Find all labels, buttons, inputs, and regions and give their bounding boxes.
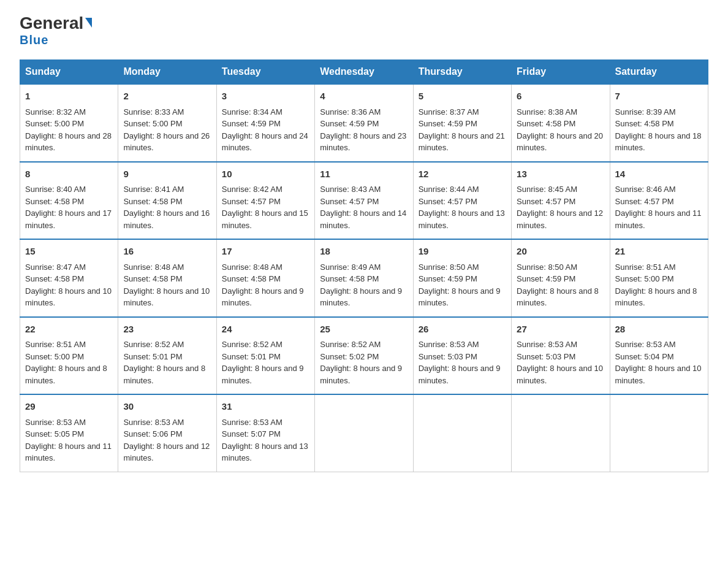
day-info: Sunrise: 8:53 AMSunset: 5:05 PMDaylight:… (25, 418, 112, 463)
calendar-table: SundayMondayTuesdayWednesdayThursdayFrid… (20, 59, 708, 472)
day-header-wednesday: Wednesday (315, 60, 413, 85)
logo-triangle-icon (85, 18, 92, 28)
day-info: Sunrise: 8:33 AMSunset: 5:00 PMDaylight:… (123, 107, 210, 153)
calendar-cell: 7Sunrise: 8:39 AMSunset: 4:58 PMDaylight… (610, 84, 708, 162)
day-info: Sunrise: 8:45 AMSunset: 4:57 PMDaylight:… (517, 185, 603, 230)
day-number: 14 (615, 167, 703, 182)
calendar-cell: 25Sunrise: 8:52 AMSunset: 5:02 PMDayligh… (315, 317, 413, 395)
day-number: 5 (419, 90, 506, 104)
calendar-cell: 6Sunrise: 8:38 AMSunset: 4:58 PMDaylight… (512, 84, 610, 162)
calendar-cell: 18Sunrise: 8:49 AMSunset: 4:58 PMDayligh… (315, 239, 413, 317)
day-info: Sunrise: 8:46 AMSunset: 4:57 PMDaylight:… (615, 185, 702, 230)
day-number: 27 (517, 323, 604, 337)
calendar-cell: 27Sunrise: 8:53 AMSunset: 5:03 PMDayligh… (512, 317, 610, 395)
day-number: 2 (123, 90, 211, 104)
calendar-cell: 8Sunrise: 8:40 AMSunset: 4:58 PMDaylight… (20, 162, 118, 240)
calendar-week-4: 22Sunrise: 8:51 AMSunset: 5:00 PMDayligh… (20, 317, 708, 395)
day-number: 20 (517, 245, 604, 259)
calendar-cell: 12Sunrise: 8:44 AMSunset: 4:57 PMDayligh… (413, 162, 511, 240)
day-info: Sunrise: 8:42 AMSunset: 4:57 PMDaylight:… (222, 185, 308, 230)
calendar-cell: 10Sunrise: 8:42 AMSunset: 4:57 PMDayligh… (216, 162, 314, 240)
calendar-cell: 20Sunrise: 8:50 AMSunset: 4:59 PMDayligh… (512, 239, 610, 317)
day-info: Sunrise: 8:50 AMSunset: 4:59 PMDaylight:… (517, 262, 599, 308)
calendar-week-2: 8Sunrise: 8:40 AMSunset: 4:58 PMDaylight… (20, 162, 708, 240)
day-info: Sunrise: 8:49 AMSunset: 4:58 PMDaylight:… (320, 262, 402, 308)
day-header-sunday: Sunday (20, 60, 118, 85)
calendar-cell: 31Sunrise: 8:53 AMSunset: 5:07 PMDayligh… (216, 394, 314, 472)
day-headers-row: SundayMondayTuesdayWednesdayThursdayFrid… (20, 60, 708, 85)
day-info: Sunrise: 8:53 AMSunset: 5:03 PMDaylight:… (419, 340, 501, 385)
logo: General Blue (20, 15, 92, 47)
day-number: 10 (222, 167, 309, 182)
day-number: 1 (25, 90, 113, 104)
day-info: Sunrise: 8:38 AMSunset: 4:58 PMDaylight:… (517, 107, 603, 153)
day-number: 26 (419, 323, 506, 337)
day-info: Sunrise: 8:34 AMSunset: 4:59 PMDaylight:… (222, 107, 308, 153)
day-number: 8 (25, 167, 113, 182)
day-info: Sunrise: 8:47 AMSunset: 4:58 PMDaylight:… (25, 262, 112, 308)
day-info: Sunrise: 8:52 AMSunset: 5:02 PMDaylight:… (320, 340, 402, 385)
day-number: 13 (517, 167, 604, 182)
day-info: Sunrise: 8:51 AMSunset: 5:00 PMDaylight:… (615, 262, 697, 308)
day-number: 21 (615, 245, 703, 259)
calendar-cell: 17Sunrise: 8:48 AMSunset: 4:58 PMDayligh… (216, 239, 314, 317)
day-number: 28 (615, 323, 703, 337)
day-number: 7 (615, 90, 703, 104)
day-number: 22 (25, 323, 113, 337)
calendar-cell: 21Sunrise: 8:51 AMSunset: 5:00 PMDayligh… (610, 239, 708, 317)
calendar-cell: 19Sunrise: 8:50 AMSunset: 4:59 PMDayligh… (413, 239, 511, 317)
day-info: Sunrise: 8:32 AMSunset: 5:00 PMDaylight:… (25, 107, 112, 153)
day-header-friday: Friday (512, 60, 610, 85)
calendar-cell: 26Sunrise: 8:53 AMSunset: 5:03 PMDayligh… (413, 317, 511, 395)
day-info: Sunrise: 8:53 AMSunset: 5:07 PMDaylight:… (222, 418, 308, 463)
day-info: Sunrise: 8:53 AMSunset: 5:04 PMDaylight:… (615, 340, 702, 385)
day-info: Sunrise: 8:53 AMSunset: 5:06 PMDaylight:… (123, 418, 210, 463)
calendar-cell: 5Sunrise: 8:37 AMSunset: 4:59 PMDaylight… (413, 84, 511, 162)
day-number: 29 (25, 400, 113, 414)
day-number: 31 (222, 400, 309, 414)
day-header-monday: Monday (118, 60, 216, 85)
calendar-cell: 15Sunrise: 8:47 AMSunset: 4:58 PMDayligh… (20, 239, 118, 317)
calendar-cell: 30Sunrise: 8:53 AMSunset: 5:06 PMDayligh… (118, 394, 216, 472)
calendar-cell: 4Sunrise: 8:36 AMSunset: 4:59 PMDaylight… (315, 84, 413, 162)
day-info: Sunrise: 8:52 AMSunset: 5:01 PMDaylight:… (222, 340, 304, 385)
day-number: 9 (123, 167, 211, 182)
day-number: 25 (320, 323, 408, 337)
calendar-cell (413, 394, 511, 472)
calendar-cell (315, 394, 413, 472)
calendar-cell: 1Sunrise: 8:32 AMSunset: 5:00 PMDaylight… (20, 84, 118, 162)
day-number: 23 (123, 323, 211, 337)
day-info: Sunrise: 8:37 AMSunset: 4:59 PMDaylight:… (419, 107, 505, 153)
day-info: Sunrise: 8:41 AMSunset: 4:58 PMDaylight:… (123, 185, 210, 230)
day-number: 11 (320, 167, 408, 182)
calendar-body: 1Sunrise: 8:32 AMSunset: 5:00 PMDaylight… (20, 84, 708, 472)
day-number: 12 (419, 167, 506, 182)
day-info: Sunrise: 8:50 AMSunset: 4:59 PMDaylight:… (419, 262, 501, 308)
calendar-cell (610, 394, 708, 472)
calendar-cell: 3Sunrise: 8:34 AMSunset: 4:59 PMDaylight… (216, 84, 314, 162)
day-number: 6 (517, 90, 604, 104)
logo-general-text: General (20, 15, 83, 32)
calendar-cell: 24Sunrise: 8:52 AMSunset: 5:01 PMDayligh… (216, 317, 314, 395)
day-number: 18 (320, 245, 408, 259)
day-header-tuesday: Tuesday (216, 60, 314, 85)
calendar-week-5: 29Sunrise: 8:53 AMSunset: 5:05 PMDayligh… (20, 394, 708, 472)
day-header-saturday: Saturday (610, 60, 708, 85)
calendar-cell (512, 394, 610, 472)
calendar-week-3: 15Sunrise: 8:47 AMSunset: 4:58 PMDayligh… (20, 239, 708, 317)
day-number: 15 (25, 245, 113, 259)
day-info: Sunrise: 8:48 AMSunset: 4:58 PMDaylight:… (123, 262, 210, 308)
day-info: Sunrise: 8:36 AMSunset: 4:59 PMDaylight:… (320, 107, 406, 153)
calendar-cell: 29Sunrise: 8:53 AMSunset: 5:05 PMDayligh… (20, 394, 118, 472)
day-info: Sunrise: 8:43 AMSunset: 4:57 PMDaylight:… (320, 185, 406, 230)
calendar-cell: 13Sunrise: 8:45 AMSunset: 4:57 PMDayligh… (512, 162, 610, 240)
page-header: General Blue (20, 15, 708, 47)
day-header-thursday: Thursday (413, 60, 511, 85)
day-info: Sunrise: 8:51 AMSunset: 5:00 PMDaylight:… (25, 340, 107, 385)
day-number: 17 (222, 245, 309, 259)
day-info: Sunrise: 8:52 AMSunset: 5:01 PMDaylight:… (123, 340, 205, 385)
day-number: 30 (123, 400, 211, 414)
day-info: Sunrise: 8:48 AMSunset: 4:58 PMDaylight:… (222, 262, 304, 308)
calendar-header: SundayMondayTuesdayWednesdayThursdayFrid… (20, 60, 708, 85)
day-info: Sunrise: 8:44 AMSunset: 4:57 PMDaylight:… (419, 185, 505, 230)
